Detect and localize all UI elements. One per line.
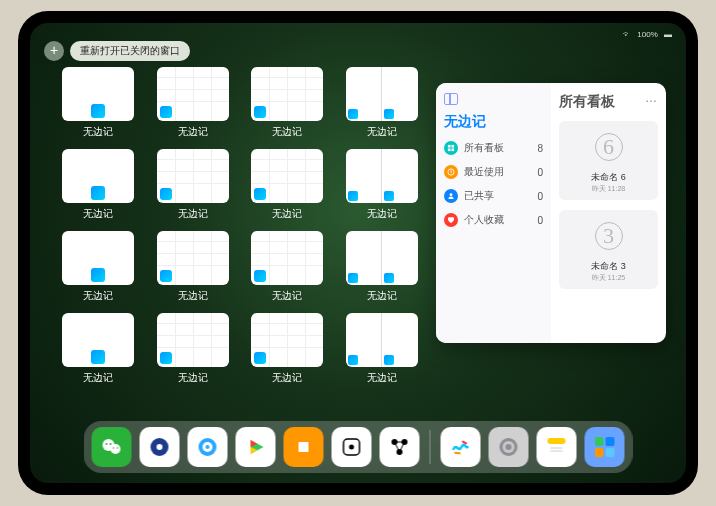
window-thumbnail[interactable]: 无边记	[249, 149, 326, 221]
status-right: ᯤ 100% ▬	[619, 30, 672, 39]
svg-point-13	[157, 444, 163, 450]
dock-app-video[interactable]	[140, 427, 180, 467]
window-label: 无边记	[178, 207, 208, 221]
sidebar-item-label: 个人收藏	[464, 213, 504, 227]
wifi-icon: ᯤ	[623, 30, 631, 39]
window-thumbnail[interactable]: 无边记	[249, 313, 326, 385]
board-card[interactable]: 3未命名 3昨天 11:25	[559, 210, 658, 289]
window-thumbnail[interactable]: 无边记	[249, 231, 326, 303]
window-label: 无边记	[367, 289, 397, 303]
window-label: 无边记	[367, 125, 397, 139]
panel-right-title: 所有看板	[559, 93, 658, 111]
window-thumbnail[interactable]: 无边记	[249, 67, 326, 139]
window-label: 无边记	[272, 289, 302, 303]
window-thumbnail[interactable]: 无边记	[155, 67, 232, 139]
sidebar-item-count: 0	[537, 215, 543, 226]
battery-pct: 100%	[637, 30, 657, 39]
panel-left-title: 无边记	[444, 113, 543, 131]
svg-rect-35	[606, 437, 615, 446]
top-bar: + 重新打开已关闭的窗口	[44, 41, 190, 61]
status-bar: ᯤ 100% ▬	[30, 27, 686, 41]
svg-rect-36	[595, 448, 604, 457]
sidebar-toggle-icon[interactable]	[444, 93, 458, 105]
dock-app-nodes[interactable]	[380, 427, 420, 467]
ipad-frame: ᯤ 100% ▬ + 重新打开已关闭的窗口 无边记无边记无边记无边记无边记无边记…	[18, 11, 698, 495]
window-label: 无边记	[178, 125, 208, 139]
window-thumbnail[interactable]: 无边记	[344, 313, 421, 385]
person-icon	[444, 189, 458, 203]
window-thumbnail[interactable]: 无边记	[344, 67, 421, 139]
reopen-closed-button[interactable]: 重新打开已关闭的窗口	[70, 41, 190, 61]
svg-rect-31	[548, 438, 566, 444]
dock-app-browser[interactable]	[188, 427, 228, 467]
svg-point-10	[113, 447, 115, 449]
svg-point-5	[450, 193, 453, 196]
svg-rect-3	[451, 148, 454, 151]
window-thumbnail[interactable]: 无边记	[344, 149, 421, 221]
window-thumbnail[interactable]: 无边记	[155, 313, 232, 385]
board-preview: 3	[585, 216, 633, 256]
dock-app-folder[interactable]	[585, 427, 625, 467]
dock-app-freeform[interactable]	[441, 427, 481, 467]
grid-icon	[444, 141, 458, 155]
svg-point-16	[206, 445, 210, 449]
sidebar-item-count: 0	[537, 191, 543, 202]
window-label: 无边记	[83, 125, 113, 139]
svg-rect-1	[451, 145, 454, 148]
window-label: 无边记	[367, 371, 397, 385]
window-thumbnail[interactable]: 无边记	[344, 231, 421, 303]
board-preview: 6	[585, 127, 633, 167]
svg-rect-37	[606, 448, 615, 457]
dock-app-notes[interactable]	[537, 427, 577, 467]
sidebar-item-count: 0	[537, 167, 543, 178]
app-switcher-grid: 无边记无边记无边记无边记无边记无边记无边记无边记无边记无边记无边记无边记无边记无…	[60, 67, 420, 385]
window-thumbnail[interactable]: 无边记	[155, 149, 232, 221]
svg-point-11	[117, 447, 119, 449]
dock-app-play[interactable]	[236, 427, 276, 467]
dock	[84, 421, 633, 473]
svg-point-7	[111, 444, 121, 454]
window-thumbnail[interactable]: 无边记	[60, 149, 137, 221]
window-thumbnail[interactable]: 无边记	[155, 231, 232, 303]
sidebar-item[interactable]: 已共享0	[444, 189, 543, 203]
window-label: 无边记	[178, 289, 208, 303]
sidebar-item[interactable]: 个人收藏0	[444, 213, 543, 227]
window-thumbnail[interactable]: 无边记	[60, 231, 137, 303]
window-label: 无边记	[272, 207, 302, 221]
dock-app-dice[interactable]	[332, 427, 372, 467]
sidebar-item-label: 最近使用	[464, 165, 504, 179]
window-label: 无边记	[178, 371, 208, 385]
freeform-panel[interactable]: 无边记 所有看板8最近使用0已共享0个人收藏0 … 所有看板 6未命名 6昨天 …	[436, 83, 666, 343]
board-title: 未命名 6	[565, 171, 652, 184]
dock-separator	[430, 430, 431, 464]
dock-app-books[interactable]	[284, 427, 324, 467]
sidebar-item-label: 已共享	[464, 189, 494, 203]
battery-icon: ▬	[664, 30, 672, 39]
new-window-button[interactable]: +	[44, 41, 64, 61]
svg-rect-2	[448, 148, 451, 151]
svg-point-22	[349, 445, 354, 450]
board-subtitle: 昨天 11:25	[565, 273, 652, 283]
dock-app-wechat[interactable]	[92, 427, 132, 467]
window-label: 无边记	[83, 207, 113, 221]
sidebar-item-count: 8	[537, 143, 543, 154]
sidebar-item[interactable]: 最近使用0	[444, 165, 543, 179]
window-label: 无边记	[272, 371, 302, 385]
more-icon[interactable]: …	[645, 91, 658, 105]
svg-point-29	[506, 444, 512, 450]
window-thumbnail[interactable]: 无边记	[60, 313, 137, 385]
sidebar-item-label: 所有看板	[464, 141, 504, 155]
svg-rect-0	[448, 145, 451, 148]
window-label: 无边记	[272, 125, 302, 139]
panel-boards: … 所有看板 6未命名 6昨天 11:283未命名 3昨天 11:25	[551, 83, 666, 343]
dock-app-settings[interactable]	[489, 427, 529, 467]
svg-point-8	[106, 443, 108, 445]
clock-icon	[444, 165, 458, 179]
heart-icon	[444, 213, 458, 227]
sidebar-item[interactable]: 所有看板8	[444, 141, 543, 155]
board-card[interactable]: 6未命名 6昨天 11:28	[559, 121, 658, 200]
window-label: 无边记	[83, 289, 113, 303]
window-thumbnail[interactable]: 无边记	[60, 67, 137, 139]
board-subtitle: 昨天 11:28	[565, 184, 652, 194]
svg-rect-34	[595, 437, 604, 446]
